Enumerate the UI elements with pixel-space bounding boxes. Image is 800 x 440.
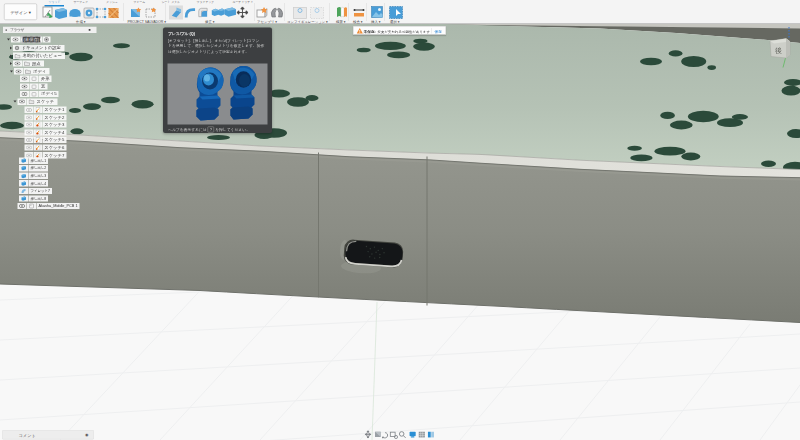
svg-text:後: 後 — [775, 47, 782, 54]
